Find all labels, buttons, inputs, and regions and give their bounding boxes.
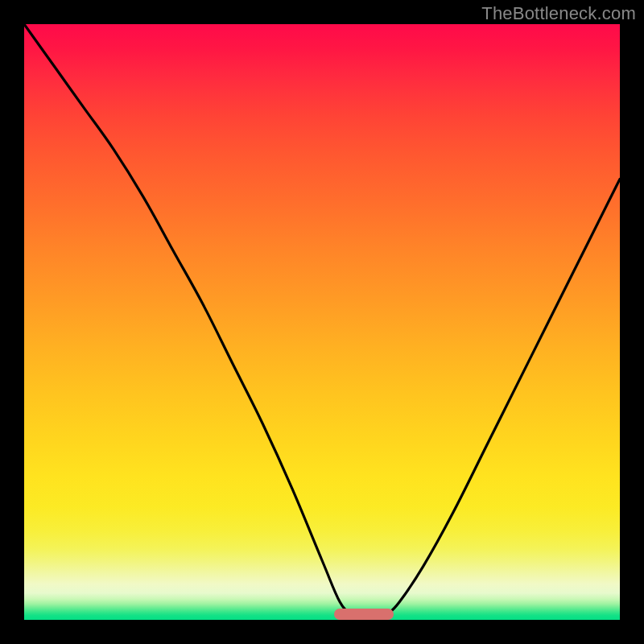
plot-area bbox=[24, 24, 620, 620]
bottleneck-curve bbox=[24, 24, 620, 620]
chart-frame: TheBottleneck.com bbox=[0, 0, 644, 644]
watermark-label: TheBottleneck.com bbox=[481, 3, 636, 24]
minimum-marker bbox=[334, 609, 394, 620]
